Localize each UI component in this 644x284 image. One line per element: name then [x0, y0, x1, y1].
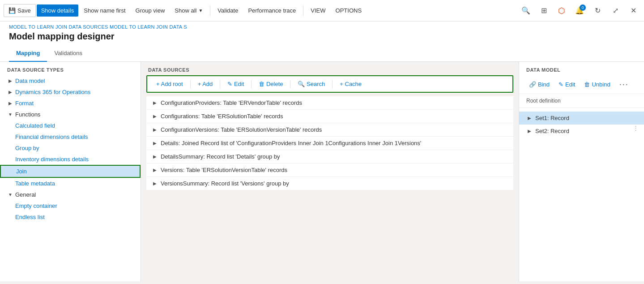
ds-item-0-label: ConfigurationProviders: Table 'ERVendorT…	[161, 99, 302, 106]
unbind-icon: 🗑	[584, 81, 590, 88]
more-dots-icon: ···	[619, 80, 629, 89]
left-panel-header: DATA SOURCE TYPES	[0, 62, 141, 75]
view-button[interactable]: VIEW	[306, 4, 330, 17]
show-all-label: Show all	[175, 7, 196, 14]
tree-item-financial-dimensions[interactable]: Financial dimensions details	[0, 131, 141, 142]
options-button[interactable]: OPTIONS	[331, 4, 367, 17]
bind-label: Bind	[538, 81, 550, 88]
tree-item-join[interactable]: Join	[0, 165, 141, 178]
ds-item-4[interactable]: ▶ DetailsSummary: Record list 'Details' …	[146, 150, 513, 164]
show-details-button[interactable]: Show details	[37, 4, 79, 17]
delete-label: 🗑 Delete	[259, 81, 283, 87]
ds-item-1-label: Configurations: Table 'ERSolutionTable' …	[161, 113, 283, 120]
ds-item-2-label: ConfigurationVersions: Table 'ERSolution…	[161, 126, 322, 133]
performance-trace-button[interactable]: Performance trace	[243, 4, 300, 17]
ds-item-0[interactable]: ▶ ConfigurationProviders: Table 'ERVendo…	[146, 96, 513, 110]
search-toolbar-icon: 🔍	[521, 6, 530, 15]
office-icon-button[interactable]: ⬡	[554, 4, 569, 18]
tree-item-data-model[interactable]: ▶ Data model	[0, 75, 141, 86]
ds-item-1[interactable]: ▶ Configurations: Table 'ERSolutionTable…	[146, 110, 513, 123]
close-button[interactable]: ✕	[626, 4, 640, 18]
bind-button[interactable]: 🔗 Bind	[526, 79, 552, 90]
ds-separator-2	[220, 80, 220, 88]
ds-item-2[interactable]: ▶ ConfigurationVersions: Table 'ERSoluti…	[146, 123, 513, 137]
save-icon: 💾	[9, 7, 16, 14]
ds-item-2-chevron: ▶	[152, 127, 158, 133]
add-root-label: + Add root	[156, 81, 183, 87]
right-edit-button[interactable]: ✎ Edit	[556, 79, 578, 90]
add-label: + Add	[198, 81, 213, 87]
edit-button[interactable]: ✎ Edit	[224, 79, 247, 89]
tree-item-group-by[interactable]: Group by	[0, 142, 141, 154]
tree-item-empty-container[interactable]: Empty container	[0, 200, 141, 211]
ds-item-6-chevron: ▶	[152, 181, 158, 187]
refresh-button[interactable]: ↻	[590, 4, 605, 18]
bind-icon: 🔗	[529, 81, 536, 88]
set2-label: Set2: Record	[535, 128, 569, 134]
ds-item-5[interactable]: ▶ Versions: Table 'ERSolutionVersionTabl…	[146, 164, 513, 177]
middle-panel: DATA SOURCES + Add root + Add ✎ Edit 🗑 D…	[141, 62, 519, 281]
add-root-button[interactable]: + Add root	[153, 79, 187, 89]
notification-area: 🔔 0	[572, 4, 587, 18]
more-button[interactable]: ···	[617, 78, 631, 91]
add-button[interactable]: + Add	[194, 79, 217, 89]
ds-item-0-chevron: ▶	[152, 100, 158, 106]
validate-label: Validate	[218, 7, 238, 14]
validate-button[interactable]: Validate	[213, 4, 243, 17]
search-toolbar-button[interactable]: 🔍	[519, 4, 533, 18]
show-all-chevron-icon: ▼	[198, 8, 203, 13]
group-view-button[interactable]: Group view	[131, 4, 170, 17]
resize-button[interactable]: ⤢	[608, 4, 623, 18]
search-label: 🔍 Search	[298, 81, 325, 87]
ds-item-3[interactable]: ▶ Details: Joined Record list of 'Config…	[146, 137, 513, 150]
functions-chevron-icon: ▼	[7, 112, 13, 118]
tree-item-general[interactable]: ▼ General	[0, 189, 141, 200]
right-edit-label: Edit	[565, 81, 575, 88]
office-icon: ⬡	[558, 6, 565, 16]
grid-icon-button[interactable]: ⊞	[537, 4, 551, 18]
toolbar-right: 🔍 ⊞ ⬡ 🔔 0 ↻ ⤢ ✕	[519, 4, 640, 18]
right-panel: DATA MODEL 🔗 Bind ✎ Edit 🗑 Unbind ··· Ro…	[519, 62, 644, 281]
toolbar-separator-2	[303, 5, 303, 16]
left-panel: DATA SOURCE TYPES ▶ Data model ▶ Dynamic…	[0, 62, 141, 281]
tree-item-functions[interactable]: ▼ Functions	[0, 109, 141, 120]
set2-chevron-icon: ▶	[526, 128, 533, 134]
show-all-button[interactable]: Show all ▼	[170, 4, 207, 17]
tree-item-inventory-dimensions[interactable]: Inventory dimensions details	[0, 154, 141, 165]
main-toolbar: 💾 Save Show details Show name first Grou…	[0, 0, 644, 22]
performance-trace-label: Performance trace	[248, 7, 296, 14]
ds-separator-3	[251, 80, 252, 88]
show-name-first-label: Show name first	[84, 7, 125, 14]
ds-item-3-label: Details: Joined Record list of 'Configur…	[161, 140, 421, 146]
model-item-set1[interactable]: ▶ Set1: Record	[519, 112, 644, 125]
set1-label: Set1: Record	[535, 115, 569, 121]
right-panel-actions: 🔗 Bind ✎ Edit 🗑 Unbind ···	[519, 75, 644, 94]
view-label: VIEW	[311, 7, 325, 14]
refresh-icon: ↻	[595, 6, 601, 15]
data-model-chevron-icon: ▶	[7, 78, 13, 84]
general-chevron-icon: ▼	[7, 192, 13, 198]
tree-item-table-metadata[interactable]: Table metadata	[0, 178, 141, 189]
show-name-first-button[interactable]: Show name first	[79, 4, 130, 17]
close-icon: ✕	[631, 6, 636, 15]
model-item-set2[interactable]: ▶ Set2: Record	[519, 125, 644, 138]
unbind-button[interactable]: 🗑 Unbind	[581, 79, 613, 90]
search-button[interactable]: 🔍 Search	[294, 79, 328, 89]
ds-separator-4	[290, 80, 290, 88]
root-definition: Root definition	[519, 94, 644, 108]
save-label: Save	[17, 7, 31, 14]
tree-item-format[interactable]: ▶ Format	[0, 98, 141, 109]
tab-validations[interactable]: Validations	[47, 46, 90, 62]
ds-item-5-label: Versions: Table 'ERSolutionVersionTable'…	[161, 167, 287, 173]
tree-item-endless-list[interactable]: Endless list	[0, 211, 141, 223]
ds-separator-5	[332, 80, 333, 88]
cache-button[interactable]: + Cache	[336, 79, 365, 89]
tree-item-dynamics365[interactable]: ▶ Dynamics 365 for Operations	[0, 86, 141, 98]
delete-button[interactable]: 🗑 Delete	[255, 79, 286, 89]
tree-item-calculated-field[interactable]: Calculated field	[0, 120, 141, 131]
resize-icon: ⤢	[613, 6, 618, 15]
edit-label: ✎ Edit	[227, 81, 244, 87]
tab-mapping[interactable]: Mapping	[9, 46, 47, 62]
ds-item-6[interactable]: ▶ VersionsSummary: Record list 'Versions…	[146, 177, 513, 190]
save-button[interactable]: 💾 Save	[4, 4, 36, 17]
